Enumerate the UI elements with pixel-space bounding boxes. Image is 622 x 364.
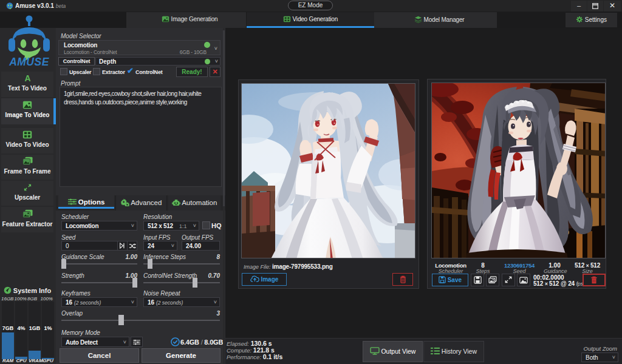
svg-text:AMUSE: AMUSE [9, 56, 50, 66]
svg-text:A: A [24, 74, 30, 83]
